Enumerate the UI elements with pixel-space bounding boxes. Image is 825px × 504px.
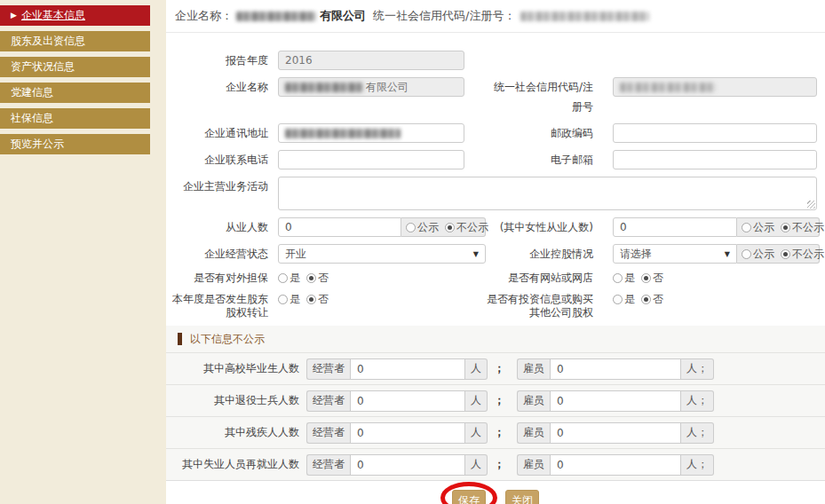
credit-code-input[interactable] [613,77,817,97]
graduates-label: 其中高校毕业生人数 [166,361,299,376]
disabled-operator-input[interactable] [350,422,465,444]
table-row: 其中失业人员再就业人数 经营者 人 ； 雇员 人； [166,448,825,480]
employees-publicize-radio[interactable] [406,223,416,232]
employees-publicity-addon: 公示 不公示 [401,217,486,237]
publicize-option-label: 公示 [753,221,774,233]
reemployed-employee-input[interactable] [550,454,681,476]
no-option-label: 否 [653,293,663,305]
employees-input[interactable] [278,217,401,237]
yes-option-label: 是 [290,293,300,305]
unit-end-addon: 人； [681,390,714,412]
equity-transfer-yes-radio[interactable] [278,295,288,304]
group-separator: ； [494,393,504,408]
operating-status-select[interactable]: 开业 ▼ [278,244,486,264]
no-option-label: 否 [318,293,329,305]
sidebar-item-label: 预览并公示 [11,138,64,150]
female-employees-input[interactable] [613,217,737,237]
email-input[interactable] [613,150,817,169]
address-label: 企业通讯地址 [166,123,268,143]
yes-option-label: 是 [290,272,300,284]
table-row: 其中残疾人人数 经营者 人 ； 雇员 人； [166,416,825,448]
operator-addon: 经营者 [306,454,350,476]
sidebar-item-label: 股东及出资信息 [11,35,85,47]
yes-option-label: 是 [624,293,635,305]
website-label: 是否有网站或网店 [486,271,593,285]
holding-publicize-radio[interactable] [742,249,751,259]
save-button[interactable]: 保存 [452,490,486,504]
operating-status-label: 企业经营状态 [166,244,268,264]
postcode-input[interactable] [613,123,817,143]
employees-no-publicize-radio[interactable] [445,223,455,232]
company-name-value-suffix: 有限公司 [366,78,409,96]
sidebar-item-party-building[interactable]: 党建信息 [0,83,150,103]
guarantee-yes-radio[interactable] [278,273,288,283]
main-panel: 企业名称： 有限公司 统一社会信用代码/注册号： 报告年度 企业名称 有限公司 … [166,0,825,504]
credit-code-label: 统一社会信用代码/注册号： [373,8,515,24]
investment-yes-radio[interactable] [613,295,623,304]
company-name-input[interactable]: 有限公司 [278,77,464,97]
business-activity-label: 企业主营业务活动 [166,177,268,196]
female-publicize-radio[interactable] [742,223,751,232]
unit-end-addon: 人； [681,422,714,444]
company-name-redacted [236,12,316,21]
company-header: 企业名称： 有限公司 统一社会信用代码/注册号： [166,0,825,33]
holding-status-value: 请选择 [620,247,652,262]
yes-option-label: 是 [624,272,635,284]
sidebar-item-basic-info[interactable]: ▶企业基本信息 [0,5,150,26]
veterans-operator-input[interactable] [350,390,465,412]
female-no-publicize-radio[interactable] [781,223,790,232]
employee-addon: 雇员 [517,422,550,444]
holding-status-select[interactable]: 请选择 ▼ [613,244,737,264]
sidebar-item-social-security[interactable]: 社保信息 [0,108,150,129]
reemployed-operator-input[interactable] [350,454,465,476]
veterans-employee-input[interactable] [550,390,681,412]
investment-no-radio[interactable] [641,295,651,304]
unit-addon: 人 [465,390,488,412]
sidebar-item-assets[interactable]: 资产状况信息 [0,57,150,77]
operating-status-value: 开业 [285,247,306,262]
non-public-section-title-text: 以下信息不公示 [190,332,265,347]
website-yes-radio[interactable] [613,273,623,283]
disabled-employee-input[interactable] [550,422,681,444]
report-year-label: 报告年度 [166,51,268,70]
employees-label: 从业人数 [166,217,268,237]
sidebar-item-label: 社保信息 [11,112,53,124]
sidebar-item-preview-publish[interactable]: 预览并公示 [0,134,150,154]
guarantee-label: 是否有对外担保 [166,271,268,285]
table-row: 其中高校毕业生人数 经营者 人 ； 雇员 人； [166,352,825,384]
sidebar-item-label: 党建信息 [11,86,53,98]
operator-addon: 经营者 [306,422,350,444]
holding-no-publicize-radio[interactable] [781,249,790,259]
report-year-input[interactable] [278,51,464,70]
no-option-label: 否 [653,272,663,284]
credit-code-redacted [520,12,649,21]
address-input[interactable] [278,123,464,143]
business-activity-textarea[interactable] [278,177,817,210]
group-separator: ； [494,361,504,376]
employee-addon: 雇员 [517,390,550,412]
sidebar: ▶企业基本信息 股东及出资信息 资产状况信息 党建信息 社保信息 预览并公示 [0,5,150,160]
company-name-value-redacted [285,83,363,92]
sidebar-item-shareholders[interactable]: 股东及出资信息 [0,31,150,51]
company-name-field-label: 企业名称 [166,77,268,97]
equity-transfer-no-radio[interactable] [306,295,316,304]
female-employees-publicity-addon: 公示 不公示 [737,217,820,237]
group-separator: ； [494,425,504,440]
phone-input[interactable] [278,150,464,169]
close-button[interactable]: 关闭 [505,490,539,504]
email-label: 电子邮箱 [486,150,593,169]
active-triangle-icon: ▶ [11,11,17,20]
guarantee-no-radio[interactable] [306,273,316,283]
operator-addon: 经营者 [306,390,350,412]
graduates-operator-input[interactable] [350,358,465,380]
graduates-employee-input[interactable] [550,358,681,380]
chevron-down-icon: ▼ [473,250,479,258]
group-separator: ； [494,457,504,472]
website-no-radio[interactable] [641,273,651,283]
unit-end-addon: 人； [681,454,714,476]
credit-code-field-label: 统一社会信用代码/注册号 [486,77,593,116]
chevron-down-icon: ▼ [725,250,730,258]
no-publicize-option-label: 不公示 [792,221,824,233]
unit-addon: 人 [465,358,488,380]
no-option-label: 否 [318,272,329,284]
